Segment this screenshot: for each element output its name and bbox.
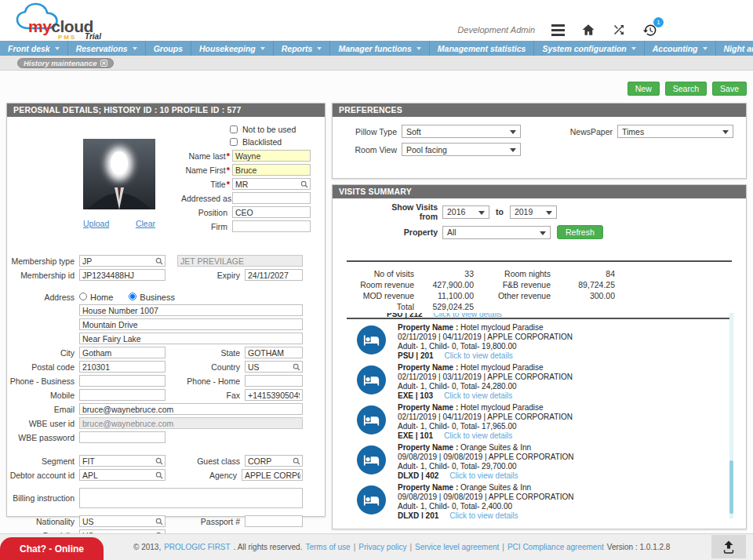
pci-compliance-link[interactable]: PCI Compliance agreement <box>507 543 604 551</box>
visit-occupancy: Adult- 1, Child- 0, Total- 19,800.00 <box>398 342 573 351</box>
shuffle-icon[interactable] <box>611 22 627 38</box>
home-radio[interactable] <box>79 293 87 300</box>
app-header: mycloud PMS Trial Development Admin 1 <box>0 0 753 41</box>
view-details-link[interactable]: Click to view details <box>449 511 518 518</box>
nav-management-statistics[interactable]: Management statistics <box>430 41 535 56</box>
visit-item-clipped[interactable]: PSU | 212Click to view details <box>387 313 726 320</box>
segment-input[interactable] <box>79 455 166 467</box>
not-to-be-used-checkbox[interactable] <box>230 125 238 133</box>
terms-of-use-link[interactable]: Terms of use <box>305 543 350 551</box>
blacklisted-checkbox[interactable] <box>230 138 238 146</box>
room-view-select[interactable]: Pool facing <box>402 143 521 156</box>
resize-handle-icon[interactable] <box>296 474 301 479</box>
state-input[interactable] <box>245 347 303 358</box>
address-type-radios: Home Business <box>79 293 175 302</box>
visits-scrollbar[interactable] <box>729 313 733 518</box>
clear-photo-link[interactable]: Clear <box>136 219 155 228</box>
addressed-as-input[interactable] <box>232 192 311 204</box>
nav-label: Manager functions <box>338 44 411 53</box>
wbe-password-input[interactable] <box>79 431 166 443</box>
close-icon[interactable] <box>100 60 107 67</box>
search-button[interactable]: Search <box>665 82 707 96</box>
nationality-input[interactable] <box>79 515 166 527</box>
debtor-account-id-input[interactable] <box>79 469 166 481</box>
debtor-agency-row: Debtor account id Agency <box>7 469 303 481</box>
nav-reservations[interactable]: Reservations <box>68 41 146 56</box>
refresh-button[interactable]: Refresh <box>557 225 603 239</box>
from-year-value: 2016 <box>447 207 465 216</box>
address-line2-input[interactable] <box>79 318 303 330</box>
view-details-link[interactable]: Click to view details <box>445 351 513 360</box>
nav-front-desk[interactable]: Front desk <box>0 41 68 56</box>
company-link[interactable]: PROLOGIC FIRST <box>164 543 230 551</box>
email-input[interactable] <box>79 403 303 415</box>
scroll-to-top-button[interactable] <box>711 535 746 558</box>
required-marker: * <box>227 151 230 161</box>
property-select[interactable]: All <box>442 226 551 239</box>
upload-photo-link[interactable]: Upload <box>83 219 109 228</box>
view-details-link[interactable]: Click to view details <box>434 313 502 318</box>
debtor-account-field <box>79 469 166 481</box>
to-year-select[interactable]: 2019 <box>510 205 557 219</box>
logo-pms: PMS <box>58 34 76 41</box>
membership-id-input[interactable] <box>79 269 166 281</box>
view-details-link[interactable]: Click to view details <box>444 431 512 440</box>
newspaper-value: Times <box>622 127 644 136</box>
nav-groups[interactable]: Groups <box>146 41 191 56</box>
search-icon[interactable] <box>293 363 300 371</box>
search-icon[interactable] <box>155 471 163 479</box>
tab-history-maintenance[interactable]: History maintenance <box>17 58 114 68</box>
position-input[interactable] <box>232 206 311 218</box>
new-button[interactable]: New <box>628 82 660 96</box>
save-button[interactable]: Save <box>712 82 747 96</box>
mycloud-logo[interactable]: mycloud PMS Trial <box>13 2 107 41</box>
firm-input[interactable] <box>232 220 311 232</box>
nav-housekeeping[interactable]: Housekeeping <box>191 41 274 56</box>
name-first-input[interactable] <box>232 164 311 176</box>
phone-business-input[interactable] <box>79 375 166 387</box>
billing-instruction-textarea[interactable] <box>79 488 303 508</box>
name-last-input[interactable] <box>232 150 311 162</box>
membership-type-input[interactable] <box>79 255 166 267</box>
view-details-link[interactable]: Click to view details <box>449 471 518 480</box>
search-icon[interactable] <box>155 518 163 525</box>
postal-code-input[interactable] <box>79 361 166 373</box>
mobile-input[interactable] <box>79 389 166 401</box>
privacy-policy-link[interactable]: Privacy policy <box>358 543 406 551</box>
phone-business-label: Phone - Business <box>7 376 79 386</box>
passport-input[interactable] <box>245 515 303 527</box>
scrollbar-thumb[interactable] <box>729 460 733 514</box>
nav-reports[interactable]: Reports <box>274 41 331 56</box>
country-label: Country <box>166 362 245 372</box>
fax-input[interactable] <box>245 389 303 401</box>
recent-history-icon[interactable]: 1 <box>642 22 657 38</box>
service-level-agreement-link[interactable]: Service level agreement <box>415 543 499 551</box>
address-line1-input[interactable] <box>79 304 303 316</box>
from-year-select[interactable]: 2016 <box>442 205 489 219</box>
state-label: State <box>166 348 245 358</box>
nav-label: Reservations <box>76 44 128 53</box>
chat-button[interactable]: Chat? - Online <box>0 537 104 560</box>
home-icon[interactable] <box>580 22 596 38</box>
city-input[interactable] <box>79 347 166 358</box>
nav-accounting[interactable]: Accounting <box>645 41 716 56</box>
visit-occupancy: Adult- 1, Child- 0, Total- 29,700.00 <box>398 462 574 471</box>
nav-system-configuration[interactable]: System configuration <box>534 41 644 56</box>
search-icon[interactable] <box>293 457 300 465</box>
business-radio[interactable] <box>129 293 136 300</box>
search-icon[interactable] <box>300 180 308 188</box>
nav-manager-functions[interactable]: Manager functions <box>330 41 429 56</box>
agency-input[interactable] <box>242 469 303 481</box>
expiry-input[interactable] <box>245 269 303 281</box>
newspaper-select[interactable]: Times <box>617 125 733 138</box>
menu-icon[interactable] <box>550 22 566 38</box>
title-input[interactable] <box>232 178 311 190</box>
phone-home-input[interactable] <box>245 375 303 387</box>
search-icon[interactable] <box>155 257 163 265</box>
pillow-type-select[interactable]: Soft <box>402 125 521 138</box>
view-details-link[interactable]: Click to view details <box>444 391 512 400</box>
expiry-label: Expiry <box>166 271 245 280</box>
nav-night-audit[interactable]: Night audit <box>716 41 753 56</box>
address-line3-input[interactable] <box>79 333 303 344</box>
search-icon[interactable] <box>155 457 163 465</box>
